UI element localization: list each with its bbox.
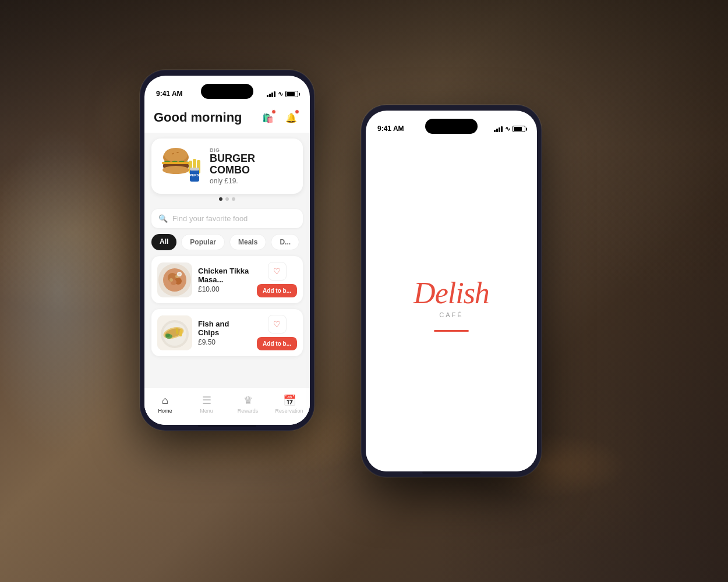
splash-subtitle: CAFÉ (439, 311, 463, 318)
app-content: Good morning 🛍️ 🔔 (144, 101, 310, 425)
chicken-tikka-price: £10.00 (198, 285, 251, 293)
chicken-tikka-info: Chicken Tikka Masa... £10.00 (198, 267, 251, 293)
nav-home-label: Home (158, 408, 172, 414)
search-section: 🔍 Find your favorite food (144, 209, 310, 234)
fish-chips-actions: ♡ Add to b... (257, 315, 297, 350)
chicken-tikka-add[interactable]: Add to b... (257, 284, 297, 297)
svg-point-6 (162, 166, 189, 174)
greeting-title: Good morning (154, 110, 242, 125)
bell-button[interactable]: 🔔 (282, 108, 301, 127)
home-indicator-left (198, 425, 256, 427)
bell-notification-dot (295, 109, 299, 114)
fish-chips-like[interactable]: ♡ (268, 315, 287, 333)
phone-left: 9:41 AM ∿ Go (140, 70, 314, 431)
filter-section: All Popular Meals D... (144, 234, 310, 256)
app-header: Good morning 🛍️ 🔔 (144, 101, 310, 133)
splash-screen: Delish CAFÉ (366, 136, 537, 471)
banner-section: PEPSI BIG BURGERCOMBO only £19. (144, 133, 310, 209)
signal-icon-left (267, 91, 275, 97)
nav-rewards[interactable]: ♛ Rewards (227, 388, 268, 420)
status-time-left: 9:41 AM (156, 90, 183, 98)
svg-rect-5 (162, 162, 190, 164)
svg-point-1 (164, 148, 188, 162)
phone-right: 9:41 AM ∿ Delish CAFÉ (361, 105, 542, 477)
wifi-icon-right: ∿ (505, 125, 510, 133)
svg-rect-11 (190, 168, 199, 171)
cart-notification-dot (271, 109, 276, 114)
fish-chips-info: Fish and Chips £9.50 (198, 320, 251, 346)
nav-home[interactable]: ⌂ Home (144, 388, 186, 420)
chicken-tikka-actions: ♡ Add to b... (257, 262, 297, 297)
search-bar[interactable]: 🔍 Find your favorite food (151, 209, 303, 228)
battery-icon-right (513, 126, 525, 132)
cart-button[interactable]: 🛍️ (259, 108, 277, 127)
banner-dots (151, 194, 303, 203)
dot-1 (219, 197, 222, 201)
search-icon: 🔍 (158, 214, 168, 223)
chicken-tikka-name: Chicken Tikka Masa... (198, 267, 251, 284)
nav-menu-label: Menu (200, 408, 213, 414)
food-card-chicken-tikka: Chicken Tikka Masa... £10.00 ♡ Add to b.… (151, 256, 303, 303)
status-icons-right: ∿ (494, 125, 525, 133)
dynamic-island-left (201, 84, 253, 99)
crown-icon: ♛ (243, 394, 253, 407)
menu-icon: ☰ (202, 394, 211, 407)
chicken-tikka-image (157, 262, 192, 297)
header-icons: 🛍️ 🔔 (259, 108, 301, 127)
filter-popular[interactable]: Popular (181, 234, 225, 250)
burger-image: PEPSI (158, 144, 205, 188)
filter-meals[interactable]: Meals (229, 234, 266, 250)
wifi-icon-left: ∿ (278, 90, 283, 98)
splash-divider (434, 330, 469, 332)
svg-point-30 (165, 333, 170, 337)
phone-left-screen: 9:41 AM ∿ Go (144, 76, 310, 425)
fish-chips-price: £9.50 (198, 338, 251, 346)
home-indicator-right (422, 471, 480, 474)
calendar-icon: 📅 (283, 394, 296, 407)
dynamic-island-right (425, 119, 478, 134)
fish-chips-image (157, 315, 192, 350)
search-placeholder: Find your favorite food (172, 214, 248, 223)
phone-right-screen: 9:41 AM ∿ Delish CAFÉ (366, 111, 537, 471)
status-icons-left: ∿ (267, 90, 298, 98)
scene-container: 9:41 AM ∿ Go (0, 0, 728, 582)
banner-card[interactable]: PEPSI BIG BURGERCOMBO only £19. (151, 139, 303, 194)
filter-d[interactable]: D... (271, 234, 299, 250)
banner-text: BIG BURGERCOMBO only £19. (205, 147, 296, 186)
food-card-fish-chips: Fish and Chips £9.50 ♡ Add to b... (151, 309, 303, 356)
svg-point-18 (169, 278, 173, 282)
chicken-tikka-like[interactable]: ♡ (268, 262, 287, 281)
battery-icon-left (285, 91, 298, 97)
bottom-nav: ⌂ Home ☰ Menu ♛ Rewards 📅 Reservation (144, 387, 310, 425)
banner-title: BURGERCOMBO (210, 153, 296, 176)
nav-menu[interactable]: ☰ Menu (186, 388, 227, 420)
dot-2 (225, 197, 229, 201)
home-icon: ⌂ (162, 395, 168, 407)
svg-text:PEPSI: PEPSI (189, 173, 200, 177)
dot-3 (232, 197, 235, 201)
splash-logo: Delish (414, 276, 489, 310)
signal-icon-right (494, 126, 503, 132)
nav-reservation-label: Reservation (275, 408, 303, 414)
food-list: Chicken Tikka Masa... £10.00 ♡ Add to b.… (144, 256, 310, 356)
nav-reservation[interactable]: 📅 Reservation (268, 388, 310, 420)
fish-chips-add[interactable]: Add to b... (257, 337, 297, 350)
svg-point-21 (178, 273, 181, 275)
nav-rewards-label: Rewards (238, 408, 259, 414)
fish-chips-name: Fish and Chips (198, 320, 251, 337)
filter-all[interactable]: All (151, 234, 176, 250)
banner-price: only £19. (210, 177, 296, 185)
status-time-right: 9:41 AM (377, 125, 404, 133)
